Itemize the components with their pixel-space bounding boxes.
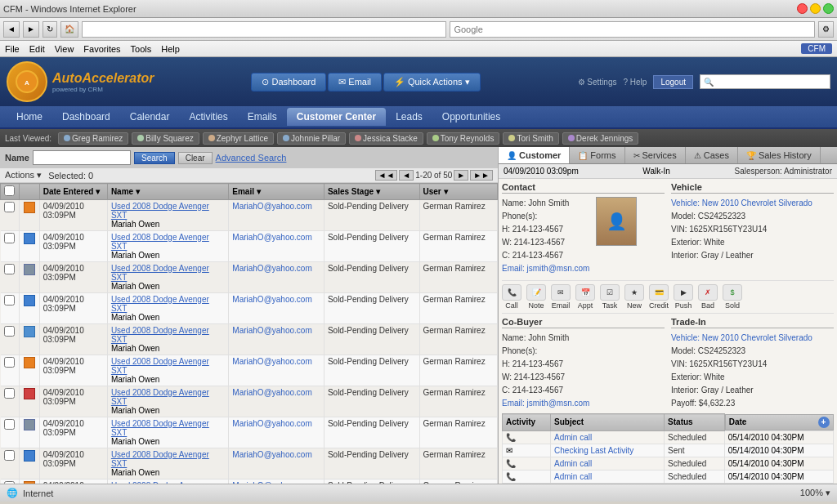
- recent-jessica[interactable]: Jessica Stacke: [349, 132, 423, 145]
- home-button[interactable]: 🏠: [60, 21, 78, 38]
- table-row[interactable]: 04/09/2010 03:09PM Used 2008 Dodge Aveng…: [1, 293, 498, 324]
- tab-services[interactable]: ✂ Services: [625, 147, 686, 163]
- header-dashboard-btn[interactable]: ⊙ Dashboard: [251, 73, 326, 91]
- url-bar[interactable]: [82, 21, 447, 38]
- row-checkbox[interactable]: [4, 326, 15, 337]
- nav-leads[interactable]: Leads: [386, 108, 432, 126]
- recent-tori[interactable]: Tori Smith: [503, 132, 558, 145]
- page-fwd-btn[interactable]: ►: [454, 170, 468, 181]
- search-button[interactable]: Search: [134, 152, 175, 164]
- row-car-name[interactable]: Used 2008 Dodge Avenger SXT: [111, 481, 225, 484]
- row-checkbox-cell[interactable]: [1, 293, 20, 324]
- table-row[interactable]: 04/09/2010 03:09PM Used 2008 Dodge Aveng…: [1, 231, 498, 262]
- row-checkbox[interactable]: [4, 450, 15, 461]
- action-new-btn[interactable]: ★ New: [624, 284, 644, 310]
- address-label[interactable]: CFM: [801, 43, 832, 54]
- row-email[interactable]: MariahO@yahoo.com: [232, 450, 311, 459]
- header-search-input[interactable]: [700, 74, 830, 89]
- nav-home[interactable]: Home: [7, 108, 52, 126]
- row-car-name[interactable]: Used 2008 Dodge Avenger SXT: [111, 419, 225, 437]
- row-checkbox[interactable]: [4, 264, 15, 274]
- table-row[interactable]: 04/09/2010 03:09PM Used 2008 Dodge Aveng…: [1, 417, 498, 448]
- row-email[interactable]: MariahO@yahoo.com: [232, 202, 311, 211]
- recent-greg[interactable]: Greg Ramirez: [58, 132, 128, 145]
- action-sold-btn[interactable]: $ Sold: [723, 284, 742, 310]
- search-bar[interactable]: [450, 21, 815, 38]
- menu-tools[interactable]: Tools: [131, 44, 152, 54]
- recent-tony[interactable]: Tony Reynolds: [427, 132, 500, 145]
- activity-subject[interactable]: Admin call: [551, 457, 665, 470]
- minimize-btn[interactable]: [810, 3, 821, 14]
- row-checkbox-cell[interactable]: [1, 200, 20, 231]
- row-car-name[interactable]: Used 2008 Dodge Avenger SXT: [111, 388, 225, 406]
- tab-cases[interactable]: ⚠ Cases: [686, 147, 738, 163]
- menu-file[interactable]: File: [5, 44, 20, 54]
- action-appt-btn[interactable]: 📅 Appt: [575, 284, 595, 310]
- nav-opportunities[interactable]: Opportunities: [432, 108, 510, 126]
- row-checkbox[interactable]: [4, 233, 15, 243]
- recent-derek[interactable]: Derek Jennings: [562, 132, 638, 145]
- header-quickactions-btn[interactable]: ⚡ Quick Actions ▾: [383, 73, 481, 91]
- row-checkbox-cell[interactable]: [1, 355, 20, 386]
- action-push-btn[interactable]: ▶ Push: [674, 284, 693, 310]
- nav-customer-center[interactable]: Customer Center: [287, 108, 386, 126]
- row-checkbox[interactable]: [4, 357, 15, 368]
- nav-emails[interactable]: Emails: [238, 108, 287, 126]
- activity-subject[interactable]: Checking Last Activity: [551, 444, 665, 457]
- th-email[interactable]: Email ▾: [229, 184, 325, 200]
- page-first-btn[interactable]: ◄◄: [375, 170, 398, 181]
- row-email[interactable]: MariahO@yahoo.com: [232, 233, 311, 242]
- close-btn[interactable]: [797, 3, 808, 14]
- maximize-btn[interactable]: [823, 3, 834, 14]
- recent-johnnie[interactable]: Johnnie Pillar: [277, 132, 346, 145]
- tab-sales-history[interactable]: 🏆 Sales History: [738, 147, 821, 163]
- action-credit-btn[interactable]: 💳 Credit: [649, 284, 669, 310]
- row-checkbox-cell[interactable]: [1, 231, 20, 262]
- nav-calendar[interactable]: Calendar: [120, 108, 180, 126]
- table-row[interactable]: 04/09/2010 03:09PM Used 2008 Dodge Aveng…: [1, 355, 498, 386]
- row-car-name[interactable]: Used 2008 Dodge Avenger SXT: [111, 357, 225, 375]
- row-car-name[interactable]: Used 2008 Dodge Avenger SXT: [111, 326, 225, 344]
- row-email[interactable]: MariahO@yahoo.com: [232, 481, 311, 484]
- activity-subject[interactable]: Checking Last Activity: [551, 483, 665, 484]
- row-checkbox[interactable]: [4, 388, 15, 399]
- tab-forms[interactable]: 📋 Forms: [570, 147, 624, 163]
- activity-subject[interactable]: Admin call: [551, 430, 665, 444]
- action-task-btn[interactable]: ☑ Task: [600, 284, 620, 310]
- menu-favorites[interactable]: Favorites: [83, 44, 120, 54]
- help-link[interactable]: ? Help: [623, 78, 647, 87]
- row-email[interactable]: MariahO@yahoo.com: [232, 357, 311, 366]
- row-checkbox-cell[interactable]: [1, 262, 20, 293]
- actions-dropdown[interactable]: Actions ▾: [5, 170, 42, 181]
- advanced-search-link[interactable]: Advanced Search: [216, 153, 287, 163]
- menu-view[interactable]: View: [55, 44, 74, 54]
- row-car-name[interactable]: Used 2008 Dodge Avenger SXT: [111, 450, 225, 468]
- table-row[interactable]: 04/09/2010 03:09PM Used 2008 Dodge Aveng…: [1, 386, 498, 417]
- row-checkbox-cell[interactable]: [1, 479, 20, 484]
- header-email-btn[interactable]: ✉ Email: [328, 73, 382, 91]
- row-email[interactable]: MariahO@yahoo.com: [232, 295, 311, 304]
- row-email[interactable]: MariahO@yahoo.com: [232, 419, 311, 428]
- back-button[interactable]: ◄: [3, 21, 20, 38]
- table-row[interactable]: 04/09/2010 03:09PM Used 2008 Dodge Aveng…: [1, 200, 498, 231]
- action-email-btn[interactable]: ✉ Email: [551, 284, 571, 310]
- th-stage[interactable]: Sales Stage ▾: [324, 184, 419, 200]
- th-name[interactable]: Name ▾: [107, 184, 228, 200]
- recent-zephyr[interactable]: Zephyr Lattice: [203, 132, 274, 145]
- menu-help[interactable]: Help: [161, 44, 180, 54]
- activity-subject[interactable]: Admin call: [551, 470, 665, 483]
- page-last-btn[interactable]: ►►: [470, 170, 493, 181]
- name-search-input[interactable]: [33, 150, 131, 165]
- row-email[interactable]: MariahO@yahoo.com: [232, 388, 311, 397]
- row-checkbox-cell[interactable]: [1, 324, 20, 355]
- row-car-name[interactable]: Used 2008 Dodge Avenger SXT: [111, 202, 225, 220]
- forward-button[interactable]: ►: [23, 21, 39, 38]
- table-row[interactable]: 04/09/2010 03:09PM Used 2008 Dodge Aveng…: [1, 324, 498, 355]
- clear-button[interactable]: Clear: [178, 152, 213, 164]
- menu-edit[interactable]: Edit: [29, 44, 45, 54]
- action-call-btn[interactable]: 📞 Call: [502, 284, 521, 310]
- row-checkbox-cell[interactable]: [1, 448, 20, 479]
- row-car-name[interactable]: Used 2008 Dodge Avenger SXT: [111, 264, 225, 282]
- row-car-name[interactable]: Used 2008 Dodge Avenger SXT: [111, 295, 225, 313]
- settings-link[interactable]: ⚙ Settings: [578, 78, 617, 87]
